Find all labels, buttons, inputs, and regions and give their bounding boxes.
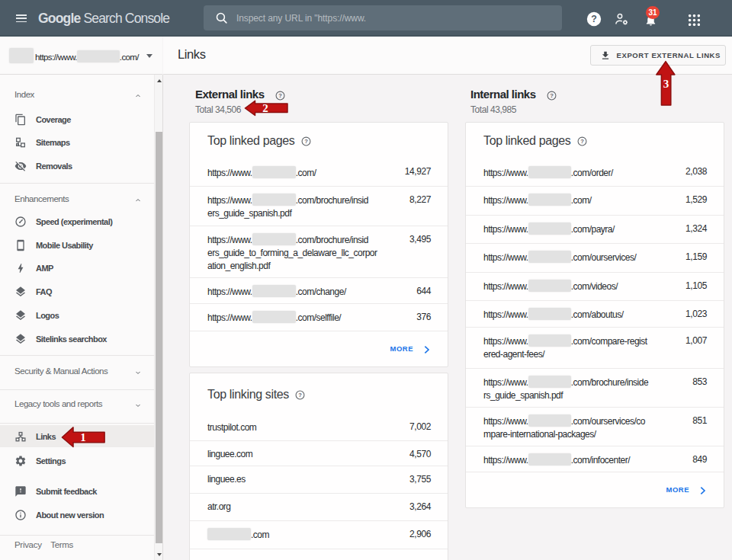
svg-text:1: 1: [80, 431, 86, 443]
svg-text:2: 2: [262, 102, 268, 114]
svg-text:?: ?: [580, 138, 584, 145]
svg-text:?: ?: [591, 14, 597, 24]
svg-text:?: ?: [278, 92, 282, 99]
svg-text:?: ?: [298, 392, 302, 398]
svg-text:?: ?: [550, 92, 554, 99]
svg-text:?: ?: [304, 138, 308, 145]
svg-text:3: 3: [663, 78, 669, 90]
